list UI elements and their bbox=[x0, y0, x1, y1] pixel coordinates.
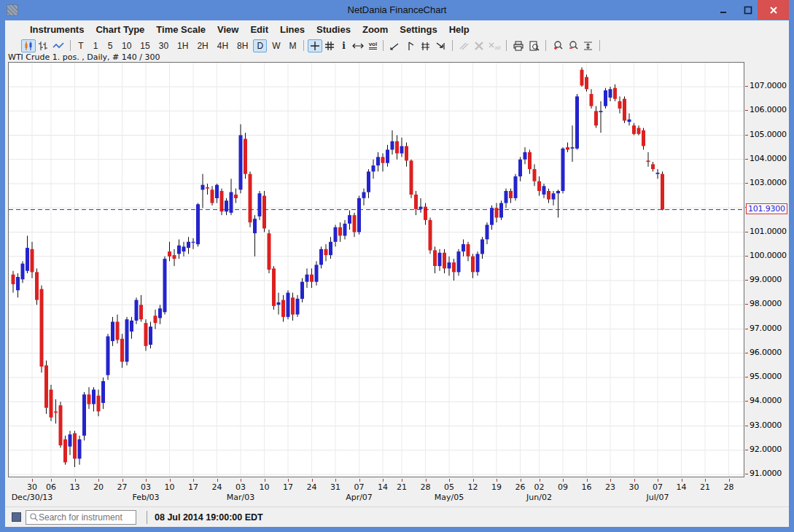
price-tick bbox=[745, 401, 748, 402]
time-tick bbox=[241, 479, 241, 482]
timescale-5[interactable]: 5 bbox=[104, 39, 117, 52]
vertical-line-tool-button[interactable] bbox=[402, 39, 418, 52]
maximize-button[interactable] bbox=[737, 0, 759, 20]
time-tick-label: 06 bbox=[43, 482, 59, 492]
time-tick-label: 02 bbox=[532, 482, 548, 492]
menu-bar: InstrumentsChart TypeTime ScaleViewEditL… bbox=[5, 20, 789, 38]
zoom-in-icon bbox=[552, 40, 563, 51]
price-axis[interactable]: 107.0000106.0000105.0000104.0000103.0000… bbox=[744, 62, 789, 477]
time-tick bbox=[402, 479, 402, 482]
current-price-label: 101.9300 bbox=[746, 203, 787, 214]
print-preview-button[interactable] bbox=[526, 39, 542, 52]
price-tick bbox=[745, 110, 748, 111]
volume-button[interactable]: vol bbox=[366, 39, 379, 52]
timescale-4h[interactable]: 4H bbox=[214, 39, 232, 52]
trendline-tool-button[interactable] bbox=[387, 39, 402, 52]
timescale-2h[interactable]: 2H bbox=[193, 39, 211, 52]
menu-edit[interactable]: Edit bbox=[244, 24, 274, 35]
fit-vertical-icon bbox=[583, 41, 593, 51]
search-input[interactable] bbox=[39, 512, 126, 523]
menu-chart-type[interactable]: Chart Type bbox=[90, 24, 150, 35]
month-label: Apr/07 bbox=[332, 493, 387, 502]
timescale-w[interactable]: W bbox=[268, 39, 284, 52]
vertical-line-icon bbox=[405, 41, 416, 51]
horizontal-scroll-button[interactable] bbox=[350, 39, 366, 52]
price-tick bbox=[745, 353, 748, 353]
time-tick-label: 12 bbox=[465, 482, 481, 492]
timescale-15[interactable]: 15 bbox=[136, 39, 153, 52]
price-tick-label: 106.0000 bbox=[750, 105, 787, 114]
toolbar-separator bbox=[303, 40, 304, 51]
price-tick-label: 91.0000 bbox=[750, 469, 782, 478]
crosshair-button[interactable] bbox=[308, 39, 322, 52]
close-button[interactable] bbox=[758, 0, 789, 20]
time-axis[interactable]: 3006132027031017240310172431071421280512… bbox=[5, 478, 789, 506]
price-tick-label: 103.0000 bbox=[750, 178, 787, 187]
price-tick bbox=[745, 474, 748, 474]
time-tick-label: 13 bbox=[67, 482, 83, 492]
timescale-30[interactable]: 30 bbox=[155, 39, 172, 52]
parallel-lines-button bbox=[456, 39, 472, 52]
ohlc-bars-button[interactable] bbox=[36, 39, 50, 52]
menu-view[interactable]: View bbox=[211, 24, 244, 35]
toolbar-separator bbox=[599, 40, 600, 51]
candlestick-plot bbox=[9, 63, 744, 477]
toolbar-separator bbox=[452, 40, 453, 51]
time-tick bbox=[265, 479, 265, 482]
time-tick-label: 31 bbox=[327, 482, 343, 492]
crosshair-icon bbox=[310, 41, 320, 51]
zoom-in-button[interactable] bbox=[550, 39, 565, 52]
menu-help[interactable]: Help bbox=[443, 24, 475, 35]
time-tick bbox=[383, 479, 384, 482]
time-tick-label: 23 bbox=[602, 482, 618, 492]
search-icon bbox=[29, 512, 39, 522]
menu-settings[interactable]: Settings bbox=[394, 24, 443, 35]
menu-zoom[interactable]: Zoom bbox=[357, 24, 394, 35]
price-tick-label: 98.0000 bbox=[750, 299, 782, 308]
time-tick bbox=[540, 479, 540, 482]
menu-time-scale[interactable]: Time Scale bbox=[150, 24, 211, 35]
parallel-lines-icon bbox=[459, 41, 470, 51]
timescale-m[interactable]: M bbox=[285, 39, 300, 52]
timescale-10[interactable]: 10 bbox=[118, 39, 135, 52]
delete-all-icon bbox=[489, 42, 494, 50]
price-tick-label: 104.0000 bbox=[750, 154, 787, 163]
time-tick-label: 07 bbox=[351, 482, 367, 492]
candlestick-chart-button[interactable] bbox=[21, 39, 36, 52]
time-tick bbox=[563, 479, 564, 482]
price-tick bbox=[745, 183, 748, 184]
price-tick-label: 95.0000 bbox=[750, 372, 782, 381]
timescale-1[interactable]: 1 bbox=[89, 39, 102, 52]
zoom-out-button[interactable] bbox=[565, 39, 580, 52]
fit-vertical-scale-button[interactable] bbox=[580, 39, 596, 52]
timescale-8h[interactable]: 8H bbox=[233, 39, 252, 52]
time-tick-label: 16 bbox=[579, 482, 595, 492]
fibonacci-tool-button[interactable] bbox=[418, 39, 433, 52]
time-tick bbox=[426, 479, 427, 482]
line-chart-icon bbox=[52, 41, 64, 51]
print-button[interactable] bbox=[510, 39, 526, 52]
info-icon: i bbox=[342, 41, 346, 51]
menu-studies[interactable]: Studies bbox=[311, 24, 357, 35]
volume-icon: vol bbox=[369, 42, 378, 50]
timescale-1h[interactable]: 1H bbox=[174, 39, 192, 52]
app-window: NetDania FinanceChart InstrumentsChart T… bbox=[0, 0, 794, 532]
grid-button[interactable] bbox=[322, 39, 337, 52]
minimize-button[interactable] bbox=[712, 0, 734, 20]
price-chart[interactable] bbox=[8, 62, 744, 477]
line-chart-button[interactable] bbox=[50, 39, 66, 52]
time-tick-label: 20 bbox=[90, 482, 106, 492]
menu-lines[interactable]: Lines bbox=[274, 24, 311, 35]
month-label: Feb/03 bbox=[118, 493, 174, 502]
price-tick bbox=[745, 280, 748, 281]
menu-instruments[interactable]: Instruments bbox=[24, 24, 90, 35]
info-button[interactable]: i bbox=[337, 39, 350, 52]
time-tick bbox=[146, 479, 147, 482]
close-icon bbox=[769, 6, 778, 15]
arrow-annotation-button[interactable] bbox=[433, 39, 448, 52]
timescale-d[interactable]: D bbox=[253, 39, 267, 52]
timescale-t[interactable]: T bbox=[74, 39, 87, 52]
price-tick-label: 94.0000 bbox=[750, 396, 782, 405]
time-tick bbox=[610, 479, 611, 482]
instrument-search-box[interactable] bbox=[26, 510, 136, 525]
